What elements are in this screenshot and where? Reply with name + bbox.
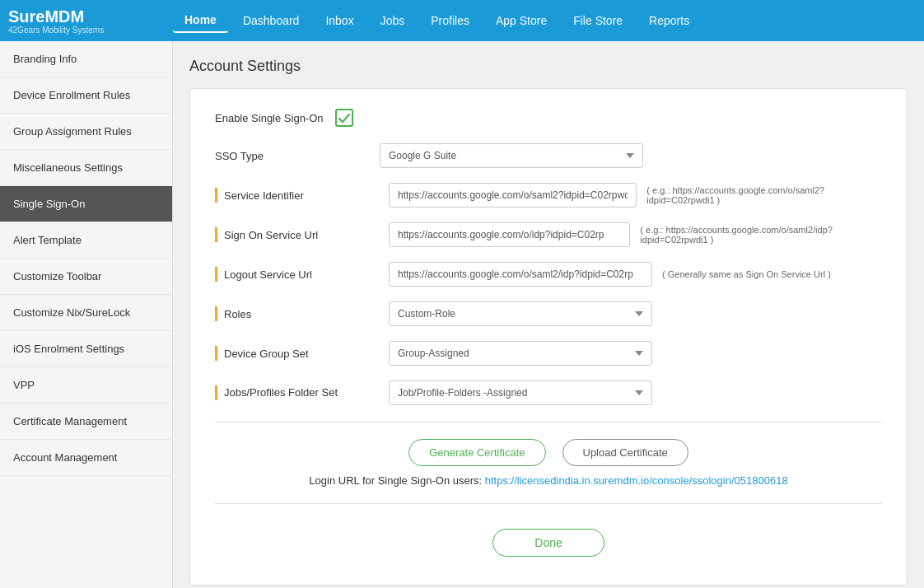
nav-dashboard[interactable]: Dashboard <box>231 9 311 32</box>
sso-type-select[interactable]: Google G Suite <box>380 143 643 168</box>
required-indicator-device-group <box>215 346 217 361</box>
required-indicator-signon <box>215 227 217 242</box>
sidebar-item-device-enrollment[interactable]: Device Enrollment Rules <box>0 77 172 114</box>
nav-jobs[interactable]: Jobs <box>369 9 417 32</box>
sso-type-row: SSO Type Google G Suite <box>215 143 882 168</box>
service-identifier-hint: ( e.g.: https://accounts.google.com/o/sa… <box>646 185 882 205</box>
logo-area: SureMDM 42Gears Mobility Systems <box>8 7 173 35</box>
done-row: Done <box>215 520 882 565</box>
nav-reports[interactable]: Reports <box>637 9 701 32</box>
done-button[interactable]: Done <box>492 529 604 557</box>
login-url-row: Login URL for Single Sign-On users: http… <box>215 474 882 487</box>
sidebar: Branding Info Device Enrollment Rules Gr… <box>0 41 173 588</box>
required-indicator-roles <box>215 306 217 321</box>
divider-1 <box>215 422 882 422</box>
required-indicator-logout <box>215 267 217 282</box>
jobs-profiles-select[interactable]: Job/Profile-Folders -Assigned <box>389 380 652 405</box>
service-identifier-input[interactable] <box>389 183 637 208</box>
sso-type-label: SSO Type <box>215 150 380 162</box>
nav-appstore[interactable]: App Store <box>484 9 558 32</box>
required-indicator-jobs <box>215 385 217 400</box>
main-layout: Branding Info Device Enrollment Rules Gr… <box>0 41 924 588</box>
device-group-select[interactable]: Group-Assigned <box>389 341 652 366</box>
roles-select[interactable]: Custom-Role <box>389 301 652 326</box>
sidebar-item-group-assignment[interactable]: Group Assignment Rules <box>0 114 172 150</box>
logout-url-input[interactable] <box>389 262 652 287</box>
enable-sso-label: Enable Single Sign-On <box>215 112 324 124</box>
sign-on-url-label: Sign On Service Url <box>224 229 389 241</box>
service-identifier-label: Service Identifier <box>224 189 389 202</box>
roles-row: Roles Custom-Role <box>215 301 882 326</box>
enable-sso-row: Enable Single Sign-On <box>215 109 882 127</box>
jobs-profiles-label: Jobs/Profiles Folder Set <box>224 386 389 400</box>
upload-certificate-button[interactable]: Upload Certificate <box>562 439 688 466</box>
enable-sso-checkbox[interactable] <box>335 109 353 127</box>
sidebar-item-ios-enrolment[interactable]: iOS Enrolment Settings <box>0 331 172 367</box>
logout-url-label: Logout Service Url <box>224 268 389 281</box>
sidebar-item-customize-nix[interactable]: Customize Nix/SureLock <box>0 295 172 331</box>
sidebar-item-single-sign-on[interactable]: Single Sign-On <box>0 186 172 222</box>
sign-on-url-row: Sign On Service Url ( e.g.: https://acco… <box>215 222 882 247</box>
jobs-profiles-row: Jobs/Profiles Folder Set Job/Profile-Fol… <box>215 380 882 405</box>
sidebar-item-certificate-mgmt[interactable]: Certificate Management <box>0 404 172 440</box>
certificate-buttons: Generate Certificate Upload Certificate <box>215 439 882 466</box>
logout-url-row: Logout Service Url ( Generally same as S… <box>215 262 882 287</box>
nav-links: Home Dashboard Inbox Jobs Profiles App S… <box>173 8 916 33</box>
logout-url-hint: ( Generally same as Sign On Service Url … <box>662 269 831 279</box>
device-group-label: Device Group Set <box>224 348 389 360</box>
sidebar-item-alert-template[interactable]: Alert Template <box>0 222 172 259</box>
sidebar-item-account-mgmt[interactable]: Account Management <box>0 440 172 476</box>
sidebar-item-misc-settings[interactable]: Miscellaneous Settings <box>0 150 172 186</box>
nav-filestore[interactable]: File Store <box>562 9 634 32</box>
nav-profiles[interactable]: Profiles <box>419 9 481 32</box>
top-navigation: SureMDM 42Gears Mobility Systems Home Da… <box>0 0 924 41</box>
required-indicator-service <box>215 188 217 203</box>
login-url-link[interactable]: https://licensedindia.in.suremdm.io/cons… <box>485 474 788 487</box>
settings-card: Enable Single Sign-On SSO Type Google G … <box>189 88 908 586</box>
divider-2 <box>215 503 882 504</box>
sidebar-item-branding-info[interactable]: Branding Info <box>0 41 172 77</box>
sidebar-item-vpp[interactable]: VPP <box>0 367 172 404</box>
sign-on-url-hint: ( e.g.: https://accounts.google.com/o/sa… <box>640 225 882 245</box>
service-identifier-row: Service Identifier ( e.g.: https://accou… <box>215 183 882 208</box>
nav-home[interactable]: Home <box>173 8 228 33</box>
sign-on-url-input[interactable] <box>389 222 630 247</box>
login-url-prefix: Login URL for Single Sign-On users: <box>309 474 482 487</box>
roles-label: Roles <box>224 308 389 320</box>
device-group-row: Device Group Set Group-Assigned <box>215 341 882 366</box>
generate-certificate-button[interactable]: Generate Certificate <box>408 439 545 466</box>
page-title: Account Settings <box>189 58 908 75</box>
logo-subtitle: 42Gears Mobility Systems <box>8 26 173 35</box>
main-content: Account Settings Enable Single Sign-On S… <box>173 41 924 588</box>
sidebar-item-customize-toolbar[interactable]: Customize Toolbar <box>0 259 172 295</box>
nav-inbox[interactable]: Inbox <box>314 9 365 32</box>
logo-title: SureMDM <box>8 7 173 26</box>
